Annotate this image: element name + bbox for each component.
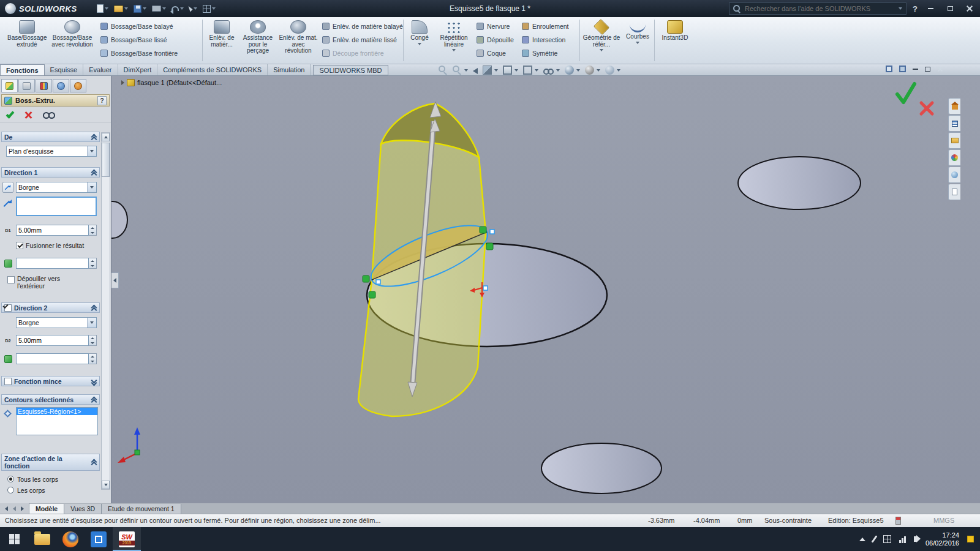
pen-input-icon[interactable]: [871, 535, 877, 542]
feature-tree-root[interactable]: flasque 1 (Défaut<<Défaut...: [121, 79, 222, 86]
volume-icon[interactable]: [914, 536, 918, 542]
shell-button[interactable]: Coque: [477, 47, 519, 59]
solidworks-taskbar-button[interactable]: SW 2015: [113, 527, 141, 551]
spinner-buttons[interactable]: [89, 258, 97, 269]
chevron-down-icon[interactable]: [464, 69, 468, 72]
graphics-viewport[interactable]: [111, 76, 980, 503]
hole-wizard-button[interactable]: Assistance pour le perçage: [239, 19, 277, 62]
pm-scrollbar[interactable]: [101, 132, 110, 490]
rib-button[interactable]: Nervure: [477, 20, 519, 32]
tab-complements[interactable]: Compléments de SOLIDWORKS: [157, 64, 268, 75]
tab-evaluer[interactable]: Evaluer: [83, 64, 118, 75]
merge-result-checkbox[interactable]: [16, 242, 23, 249]
taskpane-file-explorer-tab[interactable]: [948, 132, 960, 149]
firefox-button[interactable]: [56, 527, 85, 551]
tree-expand-icon[interactable]: [121, 80, 124, 85]
detailed-preview-button[interactable]: [43, 112, 55, 118]
scroll-up-button[interactable]: [102, 133, 110, 141]
scroll-thumb[interactable]: [102, 143, 110, 177]
next-tab-button[interactable]: [21, 506, 24, 511]
select-button[interactable]: [189, 6, 197, 12]
units-indicator[interactable]: MMGS: [933, 517, 954, 524]
draft-outward-checkbox[interactable]: [7, 276, 15, 283]
hide-show-items-icon[interactable]: [543, 69, 554, 74]
chevron-down-icon[interactable]: [597, 69, 600, 72]
boundary-boss-button[interactable]: Bossage/Base frontière: [100, 47, 200, 59]
fillet-button[interactable]: Congé: [405, 19, 434, 62]
direction2-end-condition-dropdown[interactable]: Borgne: [16, 317, 97, 328]
tab-propertymanager[interactable]: [18, 79, 35, 92]
previous-view-icon[interactable]: [473, 68, 478, 74]
taskpane-custom-properties-tab[interactable]: [948, 184, 960, 200]
ok-button[interactable]: [6, 110, 15, 118]
spinner-buttons[interactable]: [89, 353, 97, 364]
taskpane-design-library-tab[interactable]: [948, 115, 960, 132]
selected-contour-item[interactable]: Esquisse5-Région<1>: [17, 408, 97, 415]
viewport-3d[interactable]: [111, 76, 980, 503]
chevron-down-icon[interactable]: [617, 69, 620, 72]
zoom-area-icon[interactable]: [453, 66, 462, 75]
thin-feature-checkbox[interactable]: [4, 378, 12, 385]
section-direction1-header[interactable]: Direction 1: [1, 167, 100, 178]
instant3d-button[interactable]: Instant3D: [657, 19, 693, 62]
spinner-buttons[interactable]: [89, 335, 97, 346]
notification-icon[interactable]: [967, 536, 974, 542]
expand-commandmanager-icon[interactable]: [886, 66, 892, 72]
face-disc-bottom[interactable]: [541, 443, 662, 493]
scope-selected-bodies-radio[interactable]: [7, 487, 14, 493]
zoom-fit-icon[interactable]: [439, 66, 448, 75]
curves-button[interactable]: Courbes: [622, 19, 653, 62]
reverse-direction1-button[interactable]: [2, 182, 13, 193]
direction1-draft-input[interactable]: [16, 258, 89, 269]
tab-esquisse[interactable]: Esquisse: [45, 64, 84, 75]
file-explorer-button[interactable]: [28, 527, 56, 551]
swept-boss-button[interactable]: Bossage/Base balayé: [100, 20, 200, 32]
direction1-selection-box[interactable]: [16, 197, 97, 216]
tab-3d-views[interactable]: Vues 3D: [64, 504, 102, 514]
tab-displaymanager[interactable]: [70, 79, 86, 92]
view-settings-icon[interactable]: [605, 66, 614, 75]
linear-pattern-button[interactable]: Répétition linéaire: [435, 19, 473, 62]
wrap-button[interactable]: Enroulement: [522, 20, 577, 32]
tab-featuremanager[interactable]: [1, 79, 18, 92]
section-direction2-header[interactable]: Direction 2: [1, 302, 100, 313]
spinner-buttons[interactable]: [89, 225, 97, 236]
doc-minimize-icon[interactable]: [913, 69, 918, 70]
clock[interactable]: 17:24 06/02/2016: [925, 531, 959, 547]
chevron-down-icon[interactable]: [535, 69, 538, 72]
direction2-draft-input[interactable]: [16, 353, 89, 364]
pin-commandmanager-icon[interactable]: [899, 66, 906, 72]
prev-tab-button[interactable]: [13, 506, 16, 511]
tab-simulation[interactable]: Simulation: [268, 64, 311, 75]
taskpane-resources-tab[interactable]: [948, 98, 960, 114]
display-style-icon[interactable]: [523, 66, 532, 75]
face-disc-top-right[interactable]: [738, 157, 861, 209]
revolved-cut-button[interactable]: Enlèv. de mat. avec révolution: [278, 19, 318, 62]
tab-motion-study[interactable]: Etude de mouvement 1: [102, 504, 181, 514]
lofted-cut-button[interactable]: Enlèv. de matière lissé: [322, 34, 402, 46]
new-document-button[interactable]: [97, 4, 108, 13]
cancel-button[interactable]: [24, 111, 32, 119]
network-icon[interactable]: [899, 536, 906, 543]
selected-contours-listbox[interactable]: Esquisse5-Région<1>: [16, 407, 98, 435]
tab-dimxpert[interactable]: DimXpert: [118, 64, 158, 75]
dropdown-button[interactable]: [87, 146, 96, 156]
section-feature-scope-header[interactable]: Zone d'action de la fonction: [1, 454, 100, 471]
undo-button[interactable]: [172, 6, 184, 11]
tab-solidworks-mbd[interactable]: SOLIDWORKS MBD: [313, 65, 388, 75]
save-button[interactable]: [134, 5, 146, 13]
chevron-down-icon[interactable]: [494, 69, 498, 72]
first-tab-button[interactable]: [5, 506, 8, 511]
boundary-cut-button[interactable]: Découpe frontière: [322, 47, 402, 59]
minimize-button[interactable]: [924, 4, 937, 13]
tab-dimxpertmanager[interactable]: [53, 79, 69, 92]
tab-configurationmanager[interactable]: [36, 79, 52, 92]
hidden-icons-button[interactable]: [859, 538, 865, 541]
help-button[interactable]: ?: [913, 4, 918, 13]
apply-scene-icon[interactable]: [585, 66, 594, 75]
draft-button[interactable]: Dépouille: [477, 34, 519, 46]
edit-appearance-icon[interactable]: [565, 66, 574, 75]
scroll-down-button[interactable]: [102, 481, 110, 489]
section-thin-feature-header[interactable]: Fonction mince: [1, 376, 100, 386]
chevron-down-icon[interactable]: [514, 69, 518, 72]
